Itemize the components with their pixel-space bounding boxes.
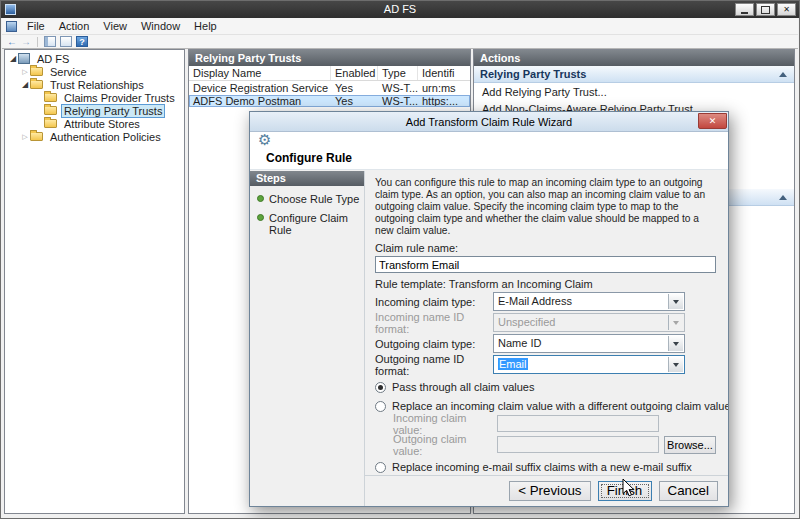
chevron-down-icon[interactable] <box>668 357 683 372</box>
step-choose-rule-type[interactable]: Choose Rule Type <box>250 186 364 205</box>
minimize-button[interactable] <box>735 3 754 16</box>
expander-expanded-icon[interactable]: ◢ <box>8 54 18 63</box>
expander-collapsed-icon[interactable]: ▷ <box>20 68 30 76</box>
outgoing-claim-type-label: Outgoing claim type: <box>375 338 493 350</box>
selected-value: Name ID <box>498 337 541 349</box>
menu-bar: File Action View Window Help <box>2 18 798 35</box>
cell-enabled: Yes <box>331 95 378 107</box>
outgoing-name-id-format-select[interactable]: Email <box>493 355 685 374</box>
actions-pane-header: Actions <box>474 50 794 66</box>
help-icon[interactable]: ? <box>76 36 88 47</box>
tree-item-service[interactable]: ▷ Service <box>5 65 184 78</box>
actions-group-title: Relying Party Trusts <box>480 68 586 80</box>
cell-enabled: Yes <box>331 82 378 94</box>
results-pane-header: Relying Party Trusts <box>189 50 470 66</box>
dialog-titlebar[interactable]: Add Transform Claim Rule Wizard ✕ <box>250 112 728 132</box>
column-enabled[interactable]: Enabled <box>331 66 378 80</box>
selected-value: Unspecified <box>498 316 555 328</box>
menu-window[interactable]: Window <box>134 18 187 34</box>
show-console-tree-icon[interactable] <box>44 36 56 47</box>
expander-collapsed-icon[interactable]: ▷ <box>20 133 30 141</box>
maximize-button[interactable] <box>756 3 775 16</box>
forward-arrow-icon[interactable]: → <box>21 36 31 48</box>
dialog-title: Add Transform Claim Rule Wizard <box>406 116 572 128</box>
previous-button[interactable]: < Previous <box>509 481 590 501</box>
tree-item-adfs-root[interactable]: ◢ AD FS <box>5 52 184 65</box>
steps-panel: Steps Choose Rule Type Configure Claim R… <box>250 171 365 506</box>
column-display-name[interactable]: Display Name <box>189 66 331 80</box>
tree-item-label-selected: Relying Party Trusts <box>61 104 165 118</box>
action-add-relying-party-trust[interactable]: Add Relying Party Trust... <box>474 83 794 100</box>
cell-type: WS-T... <box>378 95 418 107</box>
cell-type: WS-T... <box>378 82 418 94</box>
step-configure-claim-rule[interactable]: Configure Claim Rule <box>250 205 364 236</box>
folder-icon <box>44 93 57 102</box>
incoming-claim-type-label: Incoming claim type: <box>375 296 493 308</box>
tree-item-label: Attribute Stores <box>61 117 143 131</box>
actions-group-header[interactable]: Relying Party Trusts <box>474 66 794 83</box>
chevron-down-icon[interactable] <box>668 294 683 309</box>
column-headers: Display Name Enabled Type Identifi <box>189 66 470 81</box>
wizard-gear-icon: ⚙ <box>258 132 271 148</box>
wizard-button-bar: < Previous Finish Cancel <box>365 475 728 506</box>
selected-value: E-Mail Address <box>498 295 572 307</box>
tree-item-label: Claims Provider Trusts <box>61 91 178 105</box>
radio-replace-claim-value[interactable] <box>375 401 386 412</box>
menu-file[interactable]: File <box>20 18 52 34</box>
column-identifier[interactable]: Identifi <box>418 66 470 80</box>
cancel-button[interactable]: Cancel <box>659 481 719 501</box>
browse-button[interactable]: Browse... <box>664 436 716 454</box>
dialog-close-button[interactable]: ✕ <box>698 113 727 129</box>
adfs-console-icon <box>18 53 30 64</box>
incoming-claim-value-input <box>497 415 659 432</box>
cell-display-name: Device Registration Service <box>189 82 331 94</box>
dialog-header: ⚙ Configure Rule <box>250 132 728 170</box>
window-title: AD FS <box>1 1 799 18</box>
radio-pass-through[interactable] <box>375 382 386 393</box>
chevron-down-icon <box>668 315 683 330</box>
mouse-cursor <box>622 478 636 498</box>
toolbar-separator <box>37 37 38 47</box>
table-row-selected[interactable]: ADFS Demo Postman Yes WS-T... https:... <box>189 95 470 107</box>
tree-item-label: Trust Relationships <box>47 78 147 92</box>
close-button[interactable]: ✕ <box>777 3 796 16</box>
back-arrow-icon[interactable]: ← <box>7 36 17 48</box>
outgoing-claim-type-select[interactable]: Name ID <box>493 334 685 353</box>
menu-view[interactable]: View <box>96 18 134 34</box>
tree-item-label: Service <box>47 65 90 79</box>
table-row[interactable]: Device Registration Service Yes WS-T... … <box>189 82 470 94</box>
column-type[interactable]: Type <box>378 66 418 80</box>
chevron-down-icon[interactable] <box>668 336 683 351</box>
radio-replace-email-suffix[interactable] <box>375 462 386 473</box>
toolbar: ← → ? <box>2 35 798 49</box>
step-label: Configure Claim Rule <box>269 212 361 236</box>
steps-header: Steps <box>250 171 364 186</box>
menu-action[interactable]: Action <box>52 18 97 34</box>
collapse-chevron-icon[interactable] <box>779 195 787 200</box>
tree-item-claims-provider-trusts[interactable]: Claims Provider Trusts <box>5 91 184 104</box>
outgoing-claim-value-input <box>497 436 659 453</box>
folder-icon <box>44 106 57 115</box>
console-tree: ◢ AD FS ▷ Service ◢ Trust Relationships … <box>4 49 185 514</box>
incoming-name-id-format-select: Unspecified <box>493 313 685 332</box>
window-titlebar[interactable]: AD FS ✕ <box>1 1 799 18</box>
incoming-claim-type-select[interactable]: E-Mail Address <box>493 292 685 311</box>
export-list-icon[interactable] <box>60 36 72 47</box>
wizard-description: You can configure this rule to map an in… <box>375 177 716 237</box>
folder-icon <box>30 132 43 141</box>
outgoing-claim-value-label: Outgoing claim value: <box>393 433 497 457</box>
add-transform-claim-rule-wizard: Add Transform Claim Rule Wizard ✕ ⚙ Conf… <box>249 111 729 507</box>
tree-item-authentication-policies[interactable]: ▷ Authentication Policies <box>5 130 184 143</box>
menu-help[interactable]: Help <box>187 18 224 34</box>
step-bullet-icon <box>257 195 264 202</box>
folder-icon <box>30 67 43 76</box>
tree-item-trust-relationships[interactable]: ◢ Trust Relationships <box>5 78 184 91</box>
claim-rule-name-input[interactable] <box>375 256 716 273</box>
expander-expanded-icon[interactable]: ◢ <box>20 80 30 89</box>
tree-item-attribute-stores[interactable]: Attribute Stores <box>5 117 184 130</box>
tree-item-relying-party-trusts[interactable]: Relying Party Trusts <box>5 104 184 117</box>
selected-value-highlighted: Email <box>498 358 528 370</box>
cell-identifier: urn:ms <box>418 82 470 94</box>
incoming-name-id-format-label: Incoming name ID format: <box>375 311 493 335</box>
collapse-chevron-icon[interactable] <box>779 72 787 77</box>
